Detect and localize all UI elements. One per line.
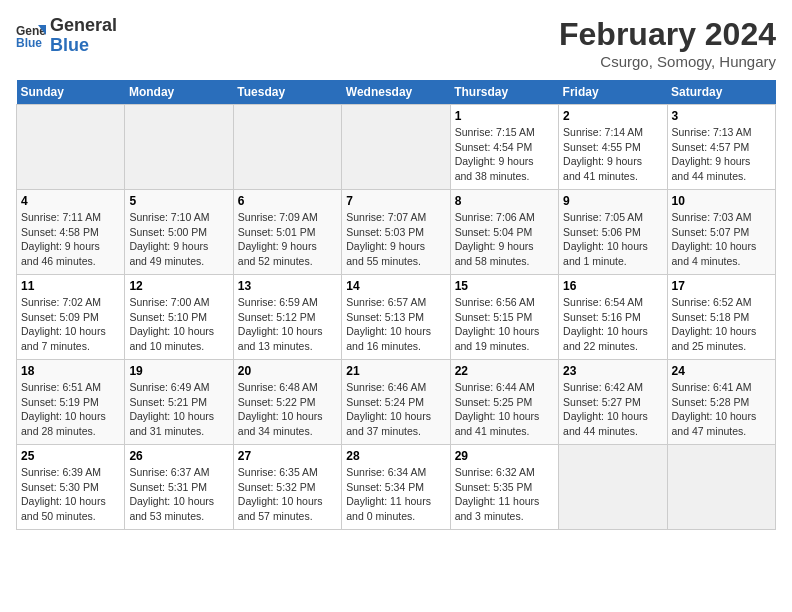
- calendar-cell: 6Sunrise: 7:09 AM Sunset: 5:01 PM Daylig…: [233, 190, 341, 275]
- calendar-cell: 5Sunrise: 7:10 AM Sunset: 5:00 PM Daylig…: [125, 190, 233, 275]
- calendar-cell: 19Sunrise: 6:49 AM Sunset: 5:21 PM Dayli…: [125, 360, 233, 445]
- col-header-friday: Friday: [559, 80, 667, 105]
- day-number: 12: [129, 279, 228, 293]
- title-section: February 2024 Csurgo, Somogy, Hungary: [559, 16, 776, 70]
- day-info: Sunrise: 6:51 AM Sunset: 5:19 PM Dayligh…: [21, 380, 120, 439]
- day-info: Sunrise: 6:46 AM Sunset: 5:24 PM Dayligh…: [346, 380, 445, 439]
- day-number: 26: [129, 449, 228, 463]
- day-info: Sunrise: 6:37 AM Sunset: 5:31 PM Dayligh…: [129, 465, 228, 524]
- week-row-1: 1Sunrise: 7:15 AM Sunset: 4:54 PM Daylig…: [17, 105, 776, 190]
- calendar-cell: 10Sunrise: 7:03 AM Sunset: 5:07 PM Dayli…: [667, 190, 775, 275]
- day-number: 8: [455, 194, 554, 208]
- day-number: 6: [238, 194, 337, 208]
- day-info: Sunrise: 7:11 AM Sunset: 4:58 PM Dayligh…: [21, 210, 120, 269]
- day-info: Sunrise: 7:03 AM Sunset: 5:07 PM Dayligh…: [672, 210, 771, 269]
- day-info: Sunrise: 7:13 AM Sunset: 4:57 PM Dayligh…: [672, 125, 771, 184]
- day-number: 3: [672, 109, 771, 123]
- day-info: Sunrise: 6:59 AM Sunset: 5:12 PM Dayligh…: [238, 295, 337, 354]
- day-number: 22: [455, 364, 554, 378]
- calendar-cell: 12Sunrise: 7:00 AM Sunset: 5:10 PM Dayli…: [125, 275, 233, 360]
- day-info: Sunrise: 7:06 AM Sunset: 5:04 PM Dayligh…: [455, 210, 554, 269]
- day-info: Sunrise: 6:34 AM Sunset: 5:34 PM Dayligh…: [346, 465, 445, 524]
- day-info: Sunrise: 7:05 AM Sunset: 5:06 PM Dayligh…: [563, 210, 662, 269]
- day-info: Sunrise: 6:48 AM Sunset: 5:22 PM Dayligh…: [238, 380, 337, 439]
- day-info: Sunrise: 7:09 AM Sunset: 5:01 PM Dayligh…: [238, 210, 337, 269]
- calendar-cell: 8Sunrise: 7:06 AM Sunset: 5:04 PM Daylig…: [450, 190, 558, 275]
- calendar-header-row: SundayMondayTuesdayWednesdayThursdayFrid…: [17, 80, 776, 105]
- day-number: 7: [346, 194, 445, 208]
- calendar-cell: 13Sunrise: 6:59 AM Sunset: 5:12 PM Dayli…: [233, 275, 341, 360]
- col-header-tuesday: Tuesday: [233, 80, 341, 105]
- calendar-cell: 9Sunrise: 7:05 AM Sunset: 5:06 PM Daylig…: [559, 190, 667, 275]
- day-number: 5: [129, 194, 228, 208]
- calendar-cell: 1Sunrise: 7:15 AM Sunset: 4:54 PM Daylig…: [450, 105, 558, 190]
- calendar-cell: 3Sunrise: 7:13 AM Sunset: 4:57 PM Daylig…: [667, 105, 775, 190]
- subtitle: Csurgo, Somogy, Hungary: [559, 53, 776, 70]
- week-row-4: 18Sunrise: 6:51 AM Sunset: 5:19 PM Dayli…: [17, 360, 776, 445]
- calendar-cell: [17, 105, 125, 190]
- day-number: 15: [455, 279, 554, 293]
- day-number: 28: [346, 449, 445, 463]
- col-header-thursday: Thursday: [450, 80, 558, 105]
- day-number: 14: [346, 279, 445, 293]
- calendar-cell: 28Sunrise: 6:34 AM Sunset: 5:34 PM Dayli…: [342, 445, 450, 530]
- day-number: 27: [238, 449, 337, 463]
- calendar-cell: 11Sunrise: 7:02 AM Sunset: 5:09 PM Dayli…: [17, 275, 125, 360]
- day-info: Sunrise: 6:32 AM Sunset: 5:35 PM Dayligh…: [455, 465, 554, 524]
- logo: General Blue General Blue: [16, 16, 117, 56]
- day-number: 24: [672, 364, 771, 378]
- col-header-wednesday: Wednesday: [342, 80, 450, 105]
- day-info: Sunrise: 6:52 AM Sunset: 5:18 PM Dayligh…: [672, 295, 771, 354]
- day-number: 29: [455, 449, 554, 463]
- day-number: 11: [21, 279, 120, 293]
- day-number: 20: [238, 364, 337, 378]
- day-info: Sunrise: 7:02 AM Sunset: 5:09 PM Dayligh…: [21, 295, 120, 354]
- day-info: Sunrise: 6:57 AM Sunset: 5:13 PM Dayligh…: [346, 295, 445, 354]
- logo-text: General Blue: [50, 16, 117, 56]
- calendar-table: SundayMondayTuesdayWednesdayThursdayFrid…: [16, 80, 776, 530]
- day-number: 25: [21, 449, 120, 463]
- day-number: 23: [563, 364, 662, 378]
- day-info: Sunrise: 6:35 AM Sunset: 5:32 PM Dayligh…: [238, 465, 337, 524]
- day-info: Sunrise: 7:10 AM Sunset: 5:00 PM Dayligh…: [129, 210, 228, 269]
- col-header-monday: Monday: [125, 80, 233, 105]
- calendar-cell: 4Sunrise: 7:11 AM Sunset: 4:58 PM Daylig…: [17, 190, 125, 275]
- page-header: General Blue General Blue February 2024 …: [16, 16, 776, 70]
- calendar-cell: 27Sunrise: 6:35 AM Sunset: 5:32 PM Dayli…: [233, 445, 341, 530]
- calendar-cell: [667, 445, 775, 530]
- day-info: Sunrise: 6:49 AM Sunset: 5:21 PM Dayligh…: [129, 380, 228, 439]
- day-info: Sunrise: 7:15 AM Sunset: 4:54 PM Dayligh…: [455, 125, 554, 184]
- day-info: Sunrise: 6:39 AM Sunset: 5:30 PM Dayligh…: [21, 465, 120, 524]
- calendar-cell: 2Sunrise: 7:14 AM Sunset: 4:55 PM Daylig…: [559, 105, 667, 190]
- calendar-cell: 25Sunrise: 6:39 AM Sunset: 5:30 PM Dayli…: [17, 445, 125, 530]
- calendar-cell: [233, 105, 341, 190]
- calendar-cell: 21Sunrise: 6:46 AM Sunset: 5:24 PM Dayli…: [342, 360, 450, 445]
- calendar-cell: 20Sunrise: 6:48 AM Sunset: 5:22 PM Dayli…: [233, 360, 341, 445]
- week-row-5: 25Sunrise: 6:39 AM Sunset: 5:30 PM Dayli…: [17, 445, 776, 530]
- calendar-cell: [342, 105, 450, 190]
- day-number: 18: [21, 364, 120, 378]
- calendar-cell: [125, 105, 233, 190]
- main-title: February 2024: [559, 16, 776, 53]
- calendar-cell: 24Sunrise: 6:41 AM Sunset: 5:28 PM Dayli…: [667, 360, 775, 445]
- calendar-cell: 15Sunrise: 6:56 AM Sunset: 5:15 PM Dayli…: [450, 275, 558, 360]
- day-number: 17: [672, 279, 771, 293]
- calendar-cell: 22Sunrise: 6:44 AM Sunset: 5:25 PM Dayli…: [450, 360, 558, 445]
- day-number: 21: [346, 364, 445, 378]
- day-number: 1: [455, 109, 554, 123]
- calendar-cell: 7Sunrise: 7:07 AM Sunset: 5:03 PM Daylig…: [342, 190, 450, 275]
- week-row-3: 11Sunrise: 7:02 AM Sunset: 5:09 PM Dayli…: [17, 275, 776, 360]
- day-info: Sunrise: 6:54 AM Sunset: 5:16 PM Dayligh…: [563, 295, 662, 354]
- day-info: Sunrise: 7:00 AM Sunset: 5:10 PM Dayligh…: [129, 295, 228, 354]
- day-info: Sunrise: 6:41 AM Sunset: 5:28 PM Dayligh…: [672, 380, 771, 439]
- calendar-cell: 23Sunrise: 6:42 AM Sunset: 5:27 PM Dayli…: [559, 360, 667, 445]
- calendar-cell: 16Sunrise: 6:54 AM Sunset: 5:16 PM Dayli…: [559, 275, 667, 360]
- day-info: Sunrise: 6:56 AM Sunset: 5:15 PM Dayligh…: [455, 295, 554, 354]
- calendar-cell: [559, 445, 667, 530]
- day-info: Sunrise: 6:44 AM Sunset: 5:25 PM Dayligh…: [455, 380, 554, 439]
- day-number: 9: [563, 194, 662, 208]
- svg-text:Blue: Blue: [16, 36, 42, 50]
- calendar-cell: 29Sunrise: 6:32 AM Sunset: 5:35 PM Dayli…: [450, 445, 558, 530]
- col-header-sunday: Sunday: [17, 80, 125, 105]
- calendar-cell: 17Sunrise: 6:52 AM Sunset: 5:18 PM Dayli…: [667, 275, 775, 360]
